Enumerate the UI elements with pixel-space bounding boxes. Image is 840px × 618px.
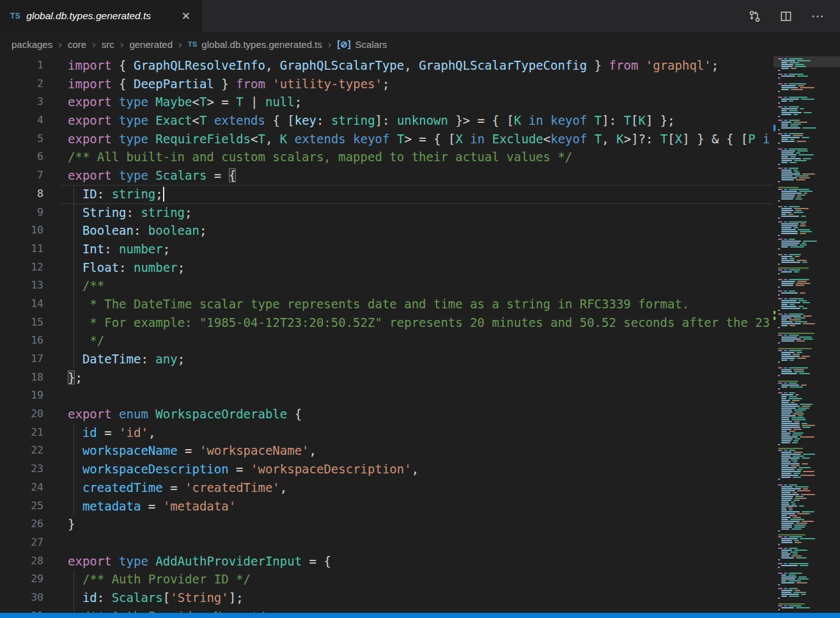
open-changes-icon[interactable] — [749, 10, 761, 22]
line-number[interactable]: 20 — [0, 405, 43, 424]
code-line[interactable]: 29 /** Auth Provider ID */ — [0, 570, 774, 589]
breadcrumb-label: packages — [12, 39, 52, 50]
code-content: * The DateTime scalar type represents da… — [68, 295, 689, 313]
breadcrumb-item-scalars[interactable]: [⊘]Scalars — [338, 39, 387, 50]
code-content: }; — [68, 368, 82, 387]
code-content: import { DeepPartial } from 'utility-typ… — [68, 75, 389, 93]
breadcrumb-separator: › — [58, 39, 62, 50]
breadcrumb-item-packages[interactable]: packages — [12, 39, 52, 50]
minimap-content — [774, 56, 840, 613]
line-number[interactable]: 3 — [0, 93, 43, 111]
line-number[interactable]: 27 — [0, 534, 43, 552]
ts-file-icon: TS — [10, 12, 20, 20]
code-content: export type AddAuthProviderInput = { — [68, 552, 331, 571]
code-line[interactable]: 30 id: Scalars['String']; — [0, 589, 774, 607]
breadcrumb-item-global-db-types-generated-ts[interactable]: TSglobal.db.types.generated.ts — [188, 39, 322, 50]
breadcrumb-item-src[interactable]: src — [102, 39, 114, 50]
code-content: createdTime = 'createdTime', — [68, 479, 287, 497]
breadcrumb-item-core[interactable]: core — [68, 39, 86, 50]
line-number[interactable]: 14 — [0, 295, 43, 313]
line-number[interactable]: 8 — [0, 185, 43, 203]
breadcrumb-label: generated — [129, 39, 173, 50]
code-line[interactable]: 10 Boolean: boolean; — [0, 221, 774, 240]
code-line[interactable]: 11 Int: number; — [0, 240, 774, 258]
line-number[interactable]: 17 — [0, 350, 43, 368]
minimap[interactable] — [774, 56, 840, 613]
code-line[interactable]: 13 /** — [0, 276, 774, 295]
symbol-type-icon: [⊘] — [338, 39, 351, 49]
code-line[interactable]: 27 — [0, 534, 774, 552]
line-number[interactable]: 21 — [0, 424, 43, 442]
code-content: Float: number; — [68, 258, 185, 277]
line-number[interactable]: 4 — [0, 111, 43, 130]
code-line[interactable]: 8 ID: string; — [0, 185, 774, 203]
code-line[interactable]: 26} — [0, 515, 774, 534]
line-number[interactable]: 16 — [0, 331, 43, 350]
line-number[interactable]: 29 — [0, 570, 43, 589]
split-editor-icon[interactable] — [780, 10, 792, 22]
code-line[interactable]: 23 workspaceDescription = 'workspaceDesc… — [0, 460, 774, 479]
code-line[interactable]: 16 */ — [0, 331, 774, 350]
code-line[interactable]: 5export type RequireFields<T, K extends … — [0, 130, 774, 148]
code-line[interactable]: 12 Float: number; — [0, 258, 774, 277]
code-line[interactable]: 1import { GraphQLResolveInfo, GraphQLSca… — [0, 56, 774, 75]
line-number[interactable]: 12 — [0, 258, 43, 277]
line-number[interactable]: 15 — [0, 313, 43, 332]
line-number[interactable]: 2 — [0, 75, 43, 93]
line-number[interactable]: 24 — [0, 479, 43, 497]
code-line[interactable]: 9 String: string; — [0, 203, 774, 222]
status-bar[interactable] — [0, 613, 840, 618]
code-line[interactable]: 3export type Maybe<T> = T | null; — [0, 93, 774, 111]
code-content: /** Auth Provider ID */ — [68, 570, 251, 589]
code-content: export type Exact<T extends { [key: stri… — [68, 111, 675, 130]
code-line[interactable]: 24 createdTime = 'createdTime', — [0, 479, 774, 497]
line-number[interactable]: 31 — [0, 607, 43, 613]
line-number[interactable]: 22 — [0, 441, 43, 460]
line-number[interactable]: 9 — [0, 203, 43, 222]
line-number[interactable]: 11 — [0, 240, 43, 258]
code-line[interactable]: 18}; — [0, 368, 774, 387]
code-line[interactable]: 15 * For example: "1985-04-12T23:20:50.5… — [0, 313, 774, 332]
more-actions-icon[interactable]: ⋯ — [811, 10, 825, 22]
line-number[interactable]: 18 — [0, 368, 43, 387]
line-number[interactable]: 25 — [0, 497, 43, 516]
line-number[interactable]: 23 — [0, 460, 43, 479]
code-line[interactable]: 31 /** Auth Provider Name */ — [0, 607, 774, 613]
text-cursor — [163, 187, 164, 202]
line-number[interactable]: 30 — [0, 589, 43, 607]
code-line[interactable]: 14 * The DateTime scalar type represents… — [0, 295, 774, 313]
code-line[interactable]: 19 — [0, 386, 774, 405]
code-line[interactable]: 6/** All built-in and custom scalars, ma… — [0, 148, 774, 166]
line-number[interactable]: 6 — [0, 148, 43, 166]
code-line[interactable]: 22 workspaceName = 'workspaceName', — [0, 441, 774, 460]
code-line[interactable]: 7export type Scalars = { — [0, 166, 774, 185]
code-content: DateTime: any; — [68, 350, 185, 368]
code-line[interactable]: 4export type Exact<T extends { [key: str… — [0, 111, 774, 130]
line-number[interactable]: 5 — [0, 130, 43, 148]
editor[interactable]: 1import { GraphQLResolveInfo, GraphQLSca… — [0, 56, 774, 613]
code-content: Int: number; — [68, 240, 170, 258]
line-number[interactable]: 1 — [0, 56, 43, 75]
breadcrumb: packages›core›src›generated›TSglobal.db.… — [0, 32, 840, 56]
breadcrumb-label: global.db.types.generated.ts — [201, 39, 322, 50]
code-content: workspaceName = 'workspaceName', — [68, 441, 316, 460]
breadcrumb-item-generated[interactable]: generated — [129, 39, 173, 50]
code-line[interactable]: 28export type AddAuthProviderInput = { — [0, 552, 774, 571]
code-line[interactable]: 20export enum WorkspaceOrderable { — [0, 405, 774, 424]
code-line[interactable]: 2import { DeepPartial } from 'utility-ty… — [0, 75, 774, 93]
tab-global-db-types-generated[interactable]: TS global.db.types.generated.ts ✕ — [0, 0, 202, 32]
line-number[interactable]: 28 — [0, 552, 43, 571]
close-icon[interactable]: ✕ — [179, 8, 193, 24]
line-number[interactable]: 7 — [0, 166, 43, 185]
code-content: metadata = 'metadata' — [68, 497, 236, 516]
line-number[interactable]: 26 — [0, 515, 43, 534]
line-number[interactable]: 19 — [0, 386, 43, 405]
code-line[interactable]: 17 DateTime: any; — [0, 350, 774, 368]
code-line[interactable]: 25 metadata = 'metadata' — [0, 497, 774, 516]
code-line[interactable]: 21 id = 'id', — [0, 424, 774, 442]
tab-bar: TS global.db.types.generated.ts ✕ ⋯ — [0, 0, 840, 32]
breadcrumb-label: core — [68, 39, 86, 50]
code-content: /** — [68, 276, 104, 295]
line-number[interactable]: 13 — [0, 276, 43, 295]
line-number[interactable]: 10 — [0, 221, 43, 240]
